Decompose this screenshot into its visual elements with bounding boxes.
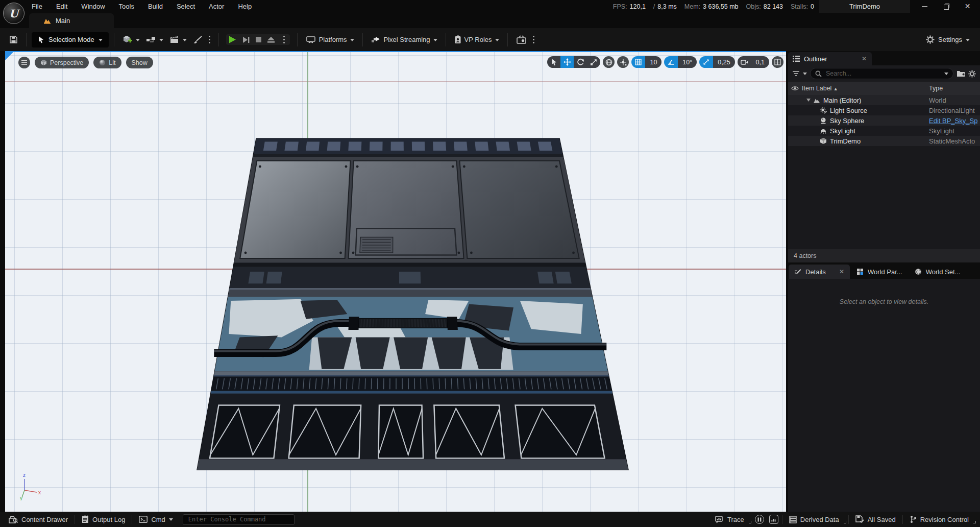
unreal-logo-icon[interactable]: U (3, 3, 24, 24)
camera-speed-control[interactable]: 0,1 (738, 56, 769, 68)
translate-tool-button[interactable] (560, 56, 574, 68)
filter-chevron-icon[interactable] (803, 73, 807, 75)
tab-world-partition[interactable]: World Par... (851, 265, 908, 279)
menu-file[interactable]: File (32, 3, 42, 10)
toolbar-right-overflow-menu[interactable] (530, 36, 537, 43)
window-controls: ✕ (910, 3, 980, 10)
menu-help[interactable]: Help (238, 3, 252, 10)
close-icon[interactable]: ✕ (964, 3, 971, 10)
blueprints-dropdown[interactable] (143, 33, 166, 46)
console-command-box[interactable] (183, 514, 295, 525)
title-bar: U File Edit Window Tools Build Select Ac… (0, 0, 980, 13)
maximize-viewport-toggle[interactable] (772, 56, 783, 68)
outliner-row-trimdemo[interactable]: TrimDemo StaticMeshActo (788, 136, 980, 146)
outliner-tab-strip: Outliner ✕ (788, 51, 980, 65)
grid-snapping-control[interactable]: 10 (631, 56, 662, 68)
eject-button[interactable] (267, 36, 275, 43)
cinematics-dropdown[interactable] (166, 33, 190, 46)
lit-mode-dropdown[interactable]: Lit (93, 57, 121, 68)
stage-monitor-button[interactable] (513, 33, 530, 46)
trace-button[interactable]: Trace (710, 512, 749, 527)
minimize-icon[interactable] (921, 3, 928, 10)
toolbar-overflow-menu[interactable] (206, 36, 213, 43)
angle-snap-icon (664, 56, 678, 68)
brush-icon (193, 36, 203, 44)
menu-build[interactable]: Build (148, 3, 163, 10)
rotate-tool-button[interactable] (574, 56, 587, 68)
derived-data-button[interactable]: Derived Data (785, 512, 844, 527)
search-input[interactable] (825, 69, 941, 78)
settings-dropdown[interactable]: Settings (926, 35, 974, 44)
all-saved-button[interactable]: All Saved (851, 512, 900, 527)
level-viewport[interactable]: Perspective Lit Show (5, 51, 786, 512)
pixel-streaming-dropdown[interactable]: Pixel Streaming (368, 33, 440, 46)
world-local-space-toggle[interactable] (603, 56, 615, 68)
show-flags-dropdown[interactable]: Show (126, 57, 153, 68)
expand-arrow-icon[interactable] (806, 99, 811, 102)
output-log-button[interactable]: Output Log (77, 512, 130, 527)
menu-tools[interactable]: Tools (119, 3, 134, 10)
scale-snapping-control[interactable]: 0,25 (699, 56, 734, 68)
viewport-active-corner (5, 52, 13, 60)
select-tool-button[interactable] (547, 56, 560, 68)
add-cube-icon (122, 35, 133, 44)
revision-control-button[interactable]: Revision Control (905, 512, 973, 527)
save-button[interactable] (6, 33, 21, 46)
play-options-menu[interactable] (280, 36, 288, 43)
create-folder-icon[interactable] (957, 70, 965, 77)
column-type[interactable]: Type (929, 85, 943, 92)
outliner-rows: Main (Editor) World Light Source Directi… (788, 95, 980, 146)
scale-tool-button[interactable] (587, 56, 600, 68)
column-item-label[interactable]: Item Label ▲ (802, 85, 838, 92)
content-drawer-button[interactable]: Content Drawer (4, 512, 72, 527)
rotation-snapping-control[interactable]: 10° (664, 56, 697, 68)
status-bar: Content Drawer Output Log Cmd Trace (0, 512, 980, 527)
level-tab-row: Main (0, 13, 980, 28)
scale-snap-value[interactable]: 0,25 (713, 56, 734, 68)
trim-sheet-static-mesh[interactable] (5, 52, 786, 512)
console-command-input[interactable] (187, 515, 290, 523)
menu-edit[interactable]: Edit (56, 3, 67, 10)
outliner-footer: 4 actors (788, 249, 980, 262)
restore-icon[interactable] (943, 3, 949, 10)
tab-details[interactable]: Details ✕ (789, 265, 850, 279)
tab-outliner[interactable]: Outliner ✕ (788, 52, 872, 65)
outliner-row-skylight[interactable]: SkyLight SkyLight (788, 126, 980, 136)
platforms-dropdown[interactable]: Platforms (303, 33, 357, 46)
edit-blueprint-link[interactable]: Edit BP_Sky_Sp (929, 117, 977, 125)
surface-snapping-toggle[interactable] (617, 56, 629, 68)
globe-icon (605, 59, 612, 66)
derived-data-icon (789, 516, 797, 523)
outliner-row-sky-sphere[interactable]: Sky Sphere Edit BP_Sky_Sp (788, 115, 980, 126)
viewport-options-menu[interactable] (18, 57, 30, 68)
selection-mode-dropdown[interactable]: Selection Mode (32, 32, 109, 47)
outliner-row-main-editor[interactable]: Main (Editor) World (788, 95, 980, 105)
editor-modes-button[interactable] (190, 33, 206, 46)
cmd-dropdown[interactable]: Cmd (134, 512, 177, 527)
vp-roles-dropdown[interactable]: VP Roles (451, 33, 502, 46)
menu-actor[interactable]: Actor (209, 3, 224, 10)
tab-main-level[interactable]: Main (29, 13, 114, 28)
frame-skip-button[interactable] (242, 36, 250, 44)
close-details-icon[interactable]: ✕ (839, 268, 844, 275)
outliner-settings-gear-icon[interactable] (968, 70, 976, 78)
outliner-row-light-source[interactable]: Light Source DirectionalLight (788, 105, 980, 115)
rotation-snap-value[interactable]: 10° (678, 56, 697, 68)
close-outliner-icon[interactable]: ✕ (862, 55, 867, 62)
play-button[interactable] (228, 35, 237, 44)
chevron-down-icon (99, 39, 103, 41)
perspective-dropdown[interactable]: Perspective (35, 57, 89, 68)
menu-window[interactable]: Window (81, 3, 105, 10)
menu-select[interactable]: Select (177, 3, 195, 10)
add-actor-dropdown[interactable] (119, 33, 143, 47)
filter-icon[interactable] (792, 70, 800, 77)
tab-world-settings[interactable]: World Set... (909, 265, 966, 279)
trace-pause-button[interactable] (755, 515, 764, 524)
visibility-eye-icon[interactable] (791, 86, 799, 91)
search-options-chevron-icon[interactable] (944, 73, 948, 75)
grid-snap-value[interactable]: 10 (645, 56, 662, 68)
outliner-search[interactable] (810, 68, 953, 79)
camera-speed-value[interactable]: 0,1 (751, 56, 769, 68)
trace-snapshot-button[interactable] (769, 515, 778, 524)
stop-button[interactable] (255, 36, 262, 43)
